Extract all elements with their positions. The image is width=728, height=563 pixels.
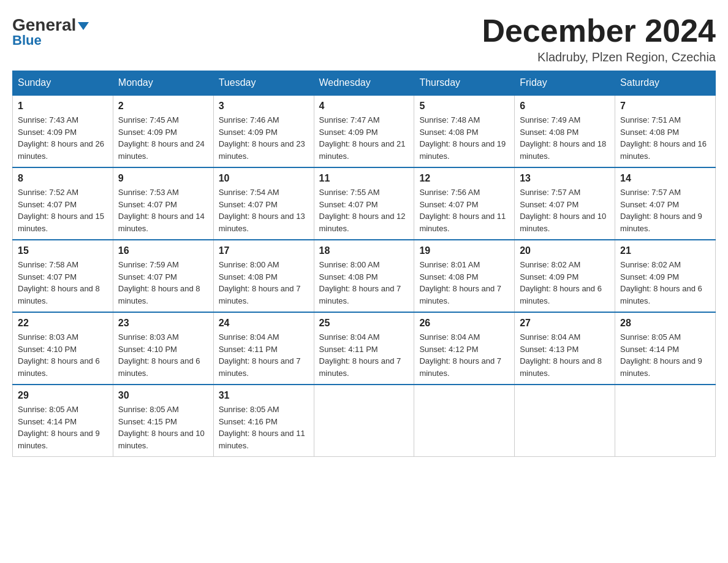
day-number: 4: [319, 101, 409, 112]
calendar-header-row: SundayMondayTuesdayWednesdayThursdayFrid…: [13, 71, 716, 96]
day-info: Sunrise: 8:04 AM Sunset: 4:11 PM Dayligh…: [219, 331, 309, 379]
day-number: 8: [18, 173, 108, 184]
calendar-cell: [615, 385, 716, 457]
day-number: 6: [520, 101, 610, 112]
calendar-cell: 25 Sunrise: 8:04 AM Sunset: 4:11 PM Dayl…: [314, 312, 414, 385]
day-number: 5: [419, 101, 509, 112]
day-info: Sunrise: 8:05 AM Sunset: 4:14 PM Dayligh…: [620, 331, 710, 379]
day-info: Sunrise: 7:57 AM Sunset: 4:07 PM Dayligh…: [620, 186, 710, 234]
calendar-week-4: 22 Sunrise: 8:03 AM Sunset: 4:10 PM Dayl…: [13, 312, 716, 385]
day-number: 29: [18, 390, 108, 401]
calendar-cell: 8 Sunrise: 7:52 AM Sunset: 4:07 PM Dayli…: [13, 167, 113, 240]
calendar-cell: 10 Sunrise: 7:54 AM Sunset: 4:07 PM Dayl…: [213, 167, 314, 240]
calendar-cell: 19 Sunrise: 8:01 AM Sunset: 4:08 PM Dayl…: [414, 240, 515, 312]
day-number: 19: [419, 245, 509, 256]
day-number: 30: [118, 390, 208, 401]
day-number: 17: [219, 245, 309, 256]
day-number: 16: [118, 245, 208, 256]
calendar-cell: 9 Sunrise: 7:53 AM Sunset: 4:07 PM Dayli…: [113, 167, 213, 240]
day-number: 23: [118, 318, 208, 329]
calendar-cell: 14 Sunrise: 7:57 AM Sunset: 4:07 PM Dayl…: [615, 167, 716, 240]
calendar-cell: 2 Sunrise: 7:45 AM Sunset: 4:09 PM Dayli…: [113, 95, 213, 167]
day-info: Sunrise: 7:47 AM Sunset: 4:09 PM Dayligh…: [319, 114, 409, 162]
day-info: Sunrise: 8:04 AM Sunset: 4:11 PM Dayligh…: [319, 331, 409, 379]
day-number: 1: [18, 101, 108, 112]
day-number: 13: [520, 173, 610, 184]
calendar-cell: 5 Sunrise: 7:48 AM Sunset: 4:08 PM Dayli…: [414, 95, 515, 167]
day-number: 3: [219, 101, 309, 112]
day-info: Sunrise: 7:52 AM Sunset: 4:07 PM Dayligh…: [18, 186, 108, 234]
calendar-table: SundayMondayTuesdayWednesdayThursdayFrid…: [12, 71, 716, 457]
header-saturday: Saturday: [615, 71, 716, 96]
calendar-cell: 15 Sunrise: 7:58 AM Sunset: 4:07 PM Dayl…: [13, 240, 113, 312]
title-area: December 2024 Kladruby, Plzen Region, Cz…: [482, 12, 716, 64]
day-info: Sunrise: 7:59 AM Sunset: 4:07 PM Dayligh…: [118, 259, 208, 307]
day-number: 12: [419, 173, 509, 184]
page-header: General Blue December 2024 Kladruby, Plz…: [12, 12, 716, 64]
day-info: Sunrise: 8:03 AM Sunset: 4:10 PM Dayligh…: [18, 331, 108, 379]
day-number: 11: [319, 173, 409, 184]
calendar-cell: 6 Sunrise: 7:49 AM Sunset: 4:08 PM Dayli…: [515, 95, 615, 167]
day-info: Sunrise: 7:55 AM Sunset: 4:07 PM Dayligh…: [319, 186, 409, 234]
calendar-cell: 23 Sunrise: 8:03 AM Sunset: 4:10 PM Dayl…: [113, 312, 213, 385]
calendar-cell: 1 Sunrise: 7:43 AM Sunset: 4:09 PM Dayli…: [13, 95, 113, 167]
calendar-cell: 12 Sunrise: 7:56 AM Sunset: 4:07 PM Dayl…: [414, 167, 515, 240]
calendar-cell: [515, 385, 615, 457]
day-number: 7: [620, 101, 710, 112]
calendar-cell: 24 Sunrise: 8:04 AM Sunset: 4:11 PM Dayl…: [213, 312, 314, 385]
day-info: Sunrise: 7:57 AM Sunset: 4:07 PM Dayligh…: [520, 186, 610, 234]
day-number: 25: [319, 318, 409, 329]
calendar-cell: 29 Sunrise: 8:05 AM Sunset: 4:14 PM Dayl…: [13, 385, 113, 457]
logo: General Blue: [12, 12, 89, 48]
day-info: Sunrise: 8:05 AM Sunset: 4:15 PM Dayligh…: [118, 404, 208, 451]
day-info: Sunrise: 8:05 AM Sunset: 4:16 PM Dayligh…: [219, 404, 309, 451]
day-info: Sunrise: 8:04 AM Sunset: 4:12 PM Dayligh…: [419, 331, 509, 379]
calendar-week-5: 29 Sunrise: 8:05 AM Sunset: 4:14 PM Dayl…: [13, 385, 716, 457]
day-info: Sunrise: 7:51 AM Sunset: 4:08 PM Dayligh…: [620, 114, 710, 162]
day-info: Sunrise: 8:02 AM Sunset: 4:09 PM Dayligh…: [520, 259, 610, 307]
day-info: Sunrise: 8:02 AM Sunset: 4:09 PM Dayligh…: [620, 259, 710, 307]
day-number: 28: [620, 318, 710, 329]
calendar-cell: [414, 385, 515, 457]
month-title: December 2024: [482, 12, 716, 49]
calendar-cell: 26 Sunrise: 8:04 AM Sunset: 4:12 PM Dayl…: [414, 312, 515, 385]
calendar-cell: 16 Sunrise: 7:59 AM Sunset: 4:07 PM Dayl…: [113, 240, 213, 312]
day-info: Sunrise: 8:01 AM Sunset: 4:08 PM Dayligh…: [419, 259, 509, 307]
day-info: Sunrise: 7:48 AM Sunset: 4:08 PM Dayligh…: [419, 114, 509, 162]
calendar-cell: 17 Sunrise: 8:00 AM Sunset: 4:08 PM Dayl…: [213, 240, 314, 312]
header-wednesday: Wednesday: [314, 71, 414, 96]
header-thursday: Thursday: [414, 71, 515, 96]
calendar-cell: 7 Sunrise: 7:51 AM Sunset: 4:08 PM Dayli…: [615, 95, 716, 167]
day-number: 27: [520, 318, 610, 329]
calendar-cell: 18 Sunrise: 8:00 AM Sunset: 4:08 PM Dayl…: [314, 240, 414, 312]
day-number: 10: [219, 173, 309, 184]
day-number: 22: [18, 318, 108, 329]
day-info: Sunrise: 7:43 AM Sunset: 4:09 PM Dayligh…: [18, 114, 108, 162]
calendar-cell: 28 Sunrise: 8:05 AM Sunset: 4:14 PM Dayl…: [615, 312, 716, 385]
logo-blue: Blue: [12, 33, 42, 48]
day-info: Sunrise: 8:04 AM Sunset: 4:13 PM Dayligh…: [520, 331, 610, 379]
day-number: 26: [419, 318, 509, 329]
calendar-cell: 4 Sunrise: 7:47 AM Sunset: 4:09 PM Dayli…: [314, 95, 414, 167]
calendar-cell: 11 Sunrise: 7:55 AM Sunset: 4:07 PM Dayl…: [314, 167, 414, 240]
header-tuesday: Tuesday: [213, 71, 314, 96]
location: Kladruby, Plzen Region, Czechia: [482, 50, 716, 64]
calendar-week-3: 15 Sunrise: 7:58 AM Sunset: 4:07 PM Dayl…: [13, 240, 716, 312]
day-info: Sunrise: 7:53 AM Sunset: 4:07 PM Dayligh…: [118, 186, 208, 234]
calendar-week-2: 8 Sunrise: 7:52 AM Sunset: 4:07 PM Dayli…: [13, 167, 716, 240]
calendar-cell: 27 Sunrise: 8:04 AM Sunset: 4:13 PM Dayl…: [515, 312, 615, 385]
day-info: Sunrise: 7:46 AM Sunset: 4:09 PM Dayligh…: [219, 114, 309, 162]
day-info: Sunrise: 8:03 AM Sunset: 4:10 PM Dayligh…: [118, 331, 208, 379]
calendar-cell: 20 Sunrise: 8:02 AM Sunset: 4:09 PM Dayl…: [515, 240, 615, 312]
day-number: 18: [319, 245, 409, 256]
day-info: Sunrise: 7:49 AM Sunset: 4:08 PM Dayligh…: [520, 114, 610, 162]
day-info: Sunrise: 7:58 AM Sunset: 4:07 PM Dayligh…: [18, 259, 108, 307]
day-number: 31: [219, 390, 309, 401]
day-info: Sunrise: 7:56 AM Sunset: 4:07 PM Dayligh…: [419, 186, 509, 234]
day-info: Sunrise: 7:45 AM Sunset: 4:09 PM Dayligh…: [118, 114, 208, 162]
calendar-cell: 22 Sunrise: 8:03 AM Sunset: 4:10 PM Dayl…: [13, 312, 113, 385]
header-sunday: Sunday: [13, 71, 113, 96]
day-number: 21: [620, 245, 710, 256]
day-info: Sunrise: 8:05 AM Sunset: 4:14 PM Dayligh…: [18, 404, 108, 451]
day-info: Sunrise: 7:54 AM Sunset: 4:07 PM Dayligh…: [219, 186, 309, 234]
